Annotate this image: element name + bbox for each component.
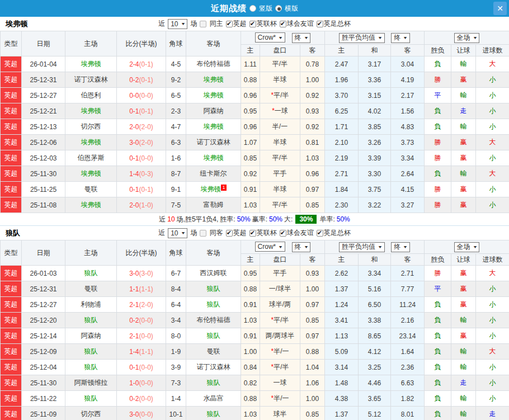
checkbox-league-league-cup[interactable] bbox=[249, 230, 256, 237]
odds-company-select[interactable]: Crow*▼ bbox=[255, 242, 286, 252]
away-team-name: 埃弗顿 bbox=[204, 91, 224, 99]
cell-odd-away: 1.00 bbox=[300, 281, 325, 297]
cell-date: 25-11-30 bbox=[22, 375, 65, 391]
table-row: 英超 26-01-04 埃弗顿 2-4(0-1) 4-5 布伦特福德 1.11 … bbox=[1, 56, 509, 72]
avg-select[interactable]: 胜平负均值▼ bbox=[339, 33, 385, 43]
table-row: 英超 25-12-21 埃弗顿 0-1(0-1) 2-3 阿森纳 0.95 *一… bbox=[1, 103, 509, 119]
half-time-score: (3-0) bbox=[139, 270, 153, 277]
cell-odd-home: 1.11 bbox=[241, 56, 260, 72]
table-row: 英超 25-11-30 阿斯顿维拉 1-0(0-0) 7-3 狼队 0.82 一… bbox=[1, 375, 509, 391]
cell-odd-home: 0.85 bbox=[241, 150, 260, 166]
cell-away: 狼队 bbox=[186, 407, 241, 420]
cell-away: 布伦特福德 bbox=[186, 313, 241, 328]
home-team-name: 狼队 bbox=[84, 394, 98, 402]
cell-odd-away: 1.00 bbox=[300, 72, 325, 88]
checkbox-same-home[interactable] bbox=[200, 21, 206, 27]
handicap-change-star: * bbox=[271, 347, 274, 355]
sub-home: 主 bbox=[241, 45, 260, 56]
cell-goals-result: 小 bbox=[476, 297, 509, 313]
cell-avg-away: 2.64 bbox=[391, 166, 425, 182]
club-friendly-label: 球会友谊 bbox=[287, 228, 314, 238]
cell-handicap: 一球 bbox=[260, 375, 300, 391]
cell-date: 25-11-25 bbox=[22, 182, 65, 197]
checkbox-league-fa-cup[interactable] bbox=[317, 21, 323, 27]
cell-goals-result: 小 bbox=[476, 72, 509, 88]
checkbox-same-away[interactable] bbox=[200, 230, 206, 237]
checkbox-league-club-friendly[interactable] bbox=[280, 21, 286, 27]
cell-corner: 6-4 bbox=[166, 297, 186, 313]
cell-handicap-result: 輸 bbox=[451, 344, 476, 360]
cell-league: 英超 bbox=[1, 328, 22, 344]
cell-league: 英超 bbox=[1, 166, 22, 182]
cell-corner: 10-1 bbox=[166, 407, 186, 420]
avg-select[interactable]: 胜平负均值▼ bbox=[339, 242, 385, 252]
checkbox-league-epl[interactable] bbox=[226, 230, 233, 237]
sub-handicap-result: 让球 bbox=[451, 45, 476, 56]
cell-score: 2-0(1-0) bbox=[117, 197, 166, 213]
cell-result: 勝 bbox=[425, 135, 451, 150]
checkbox-league-club-friendly[interactable] bbox=[280, 230, 286, 237]
cell-avg-away: 2.17 bbox=[391, 88, 425, 103]
scope-select[interactable]: 全场▼ bbox=[454, 242, 480, 252]
cell-avg-away: 3.27 bbox=[391, 197, 425, 213]
table-row: 英超 25-12-13 切尔西 2-0(2-0) 4-7 埃弗顿 0.96 半/… bbox=[1, 119, 509, 135]
radio-vertical-layout[interactable] bbox=[249, 5, 256, 12]
cell-score: 0-0(0-0) bbox=[117, 88, 166, 103]
away-team-name: 狼队 bbox=[207, 410, 220, 418]
table-row: 英超 25-11-09 切尔西 3-0(0-0) 10-1 狼队 1.03 球半… bbox=[1, 407, 509, 420]
odds-group-header: Crow*▼ 终▼ bbox=[241, 31, 325, 45]
odds-final-select[interactable]: 终▼ bbox=[292, 242, 311, 252]
chevron-down-icon: ▼ bbox=[403, 245, 408, 249]
chevron-down-icon: ▼ bbox=[278, 245, 283, 249]
table-row: 英超 25-12-20 狼队 0-2(0-0) 3-4 布伦特福德 1.03 *… bbox=[1, 313, 509, 328]
avg-final-select[interactable]: 终▼ bbox=[391, 242, 410, 252]
sub-handicap: 盘口 bbox=[260, 254, 300, 266]
cell-avg-home: 1.71 bbox=[325, 119, 359, 135]
cell-odd-away: 1.06 bbox=[300, 375, 325, 391]
cell-handicap: *平/半 bbox=[260, 88, 300, 103]
cell-score: 2-1(0-0) bbox=[117, 328, 166, 344]
radio-horizontal-layout[interactable] bbox=[275, 5, 282, 12]
cell-score: 0-1(0-1) bbox=[117, 103, 166, 119]
cell-score: 0-1(0-0) bbox=[117, 150, 166, 166]
checkbox-league-league-cup[interactable] bbox=[249, 21, 256, 27]
avg-select-value: 胜平负均值 bbox=[342, 33, 375, 43]
cell-away: 西汉姆联 bbox=[186, 266, 241, 281]
cell-score: 1-1(1-1) bbox=[117, 281, 166, 297]
cell-league: 英超 bbox=[1, 297, 22, 313]
cell-date: 25-11-22 bbox=[22, 391, 65, 407]
cell-avg-away: 4.19 bbox=[391, 72, 425, 88]
checkbox-league-fa-cup[interactable] bbox=[317, 230, 323, 237]
avg-final-select[interactable]: 终▼ bbox=[391, 33, 410, 43]
sub-goals: 进球数 bbox=[476, 45, 509, 56]
odds-company-value: Crow* bbox=[258, 243, 276, 251]
cell-corner: 4-5 bbox=[166, 56, 186, 72]
cell-odd-home: 0.95 bbox=[241, 266, 260, 281]
cell-corner: 8-4 bbox=[166, 281, 186, 297]
radio-vertical-label[interactable]: 竖版 bbox=[259, 4, 272, 13]
cell-home: 曼联 bbox=[65, 182, 117, 197]
scope-select[interactable]: 全场▼ bbox=[454, 33, 480, 43]
full-time-score: 0-2 bbox=[129, 76, 139, 84]
table-row: 英超 25-12-31 诺丁汉森林 0-2(0-1) 9-2 埃弗顿 0.88 … bbox=[1, 72, 509, 88]
odds-company-select[interactable]: Crow*▼ bbox=[255, 32, 286, 43]
checkbox-league-epl[interactable] bbox=[226, 21, 233, 27]
cell-handicap: 平/半 bbox=[260, 56, 300, 72]
col-date: 日期 bbox=[22, 240, 65, 266]
cell-home: 阿斯顿维拉 bbox=[65, 375, 117, 391]
avg-group-header: 胜平负均值▼ 终▼ bbox=[325, 31, 425, 45]
close-button[interactable]: ✕ bbox=[493, 2, 507, 15]
match-count-select[interactable]: 10▼ bbox=[168, 228, 187, 238]
cell-handicap-result: 輸 bbox=[451, 391, 476, 407]
match-count-select[interactable]: 10▼ bbox=[168, 19, 187, 29]
cell-avg-draw: 5.12 bbox=[359, 407, 391, 420]
odds-final-select[interactable]: 终▼ bbox=[292, 33, 311, 43]
cell-avg-home: 1.37 bbox=[325, 281, 359, 297]
full-time-score: 0-1 bbox=[129, 186, 139, 194]
cell-odd-away: 0.92 bbox=[300, 119, 325, 135]
cell-avg-draw: 8.65 bbox=[359, 328, 391, 344]
cell-avg-away: 4.83 bbox=[391, 119, 425, 135]
cell-away: 狼队 bbox=[186, 281, 241, 297]
cell-handicap: 两/两球半 bbox=[260, 328, 300, 344]
radio-horizontal-label[interactable]: 横版 bbox=[285, 4, 298, 13]
